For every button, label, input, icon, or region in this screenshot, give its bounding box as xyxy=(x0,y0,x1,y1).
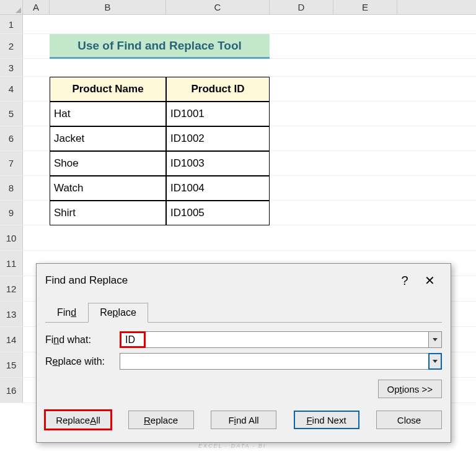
column-headers: A B C D E xyxy=(0,0,476,15)
dialog-tabs: Find Replace xyxy=(45,302,442,323)
tab-replace[interactable]: Replace xyxy=(88,303,148,323)
find-what-input-rest[interactable] xyxy=(146,331,429,348)
table-row[interactable]: Jacket xyxy=(50,126,166,151)
table-row[interactable]: ID1005 xyxy=(166,201,270,225)
row-header-16[interactable]: 16 xyxy=(0,378,23,403)
table-row[interactable]: ID1002 xyxy=(166,126,270,151)
chevron-down-icon xyxy=(433,338,438,341)
col-header-E[interactable]: E xyxy=(333,0,397,14)
row-header-12[interactable]: 12 xyxy=(0,276,23,301)
col-header-C[interactable]: C xyxy=(166,0,270,14)
table-row[interactable]: Watch xyxy=(50,176,166,201)
col-header-B[interactable]: B xyxy=(50,0,166,14)
row-header-7[interactable]: 7 xyxy=(0,151,23,175)
row-header-11[interactable]: 11 xyxy=(0,251,23,276)
table-header-name: Product Name xyxy=(50,77,166,102)
row-header-6[interactable]: 6 xyxy=(0,126,23,150)
replace-button[interactable]: Replace xyxy=(128,411,194,429)
find-replace-dialog: Find and Replace ? ✕ Find Replace Find w… xyxy=(36,263,451,443)
close-button[interactable]: Close xyxy=(376,411,442,429)
table-row[interactable]: Shirt xyxy=(50,201,166,225)
replace-with-dropdown[interactable] xyxy=(428,353,442,370)
row-header-14[interactable]: 14 xyxy=(0,327,23,352)
chevron-down-icon xyxy=(433,360,438,363)
table-header-id: Product ID xyxy=(166,77,270,102)
table-row[interactable]: ID1003 xyxy=(166,151,270,176)
find-what-label: Find what: xyxy=(45,334,120,346)
dialog-title: Find and Replace xyxy=(45,274,392,287)
row-header-4[interactable]: 4 xyxy=(0,77,23,101)
row-header-5[interactable]: 5 xyxy=(0,102,23,126)
find-what-dropdown[interactable] xyxy=(428,331,442,348)
row-header-13[interactable]: 13 xyxy=(0,302,23,326)
replace-with-label: Replace with: xyxy=(45,356,120,367)
row-header-8[interactable]: 8 xyxy=(0,176,23,200)
find-all-button[interactable]: Find All xyxy=(211,411,276,429)
row-header-15[interactable]: 15 xyxy=(0,352,23,377)
row-header-9[interactable]: 9 xyxy=(0,201,23,225)
find-next-button[interactable]: Find Next xyxy=(294,411,359,429)
tab-find[interactable]: Find xyxy=(45,303,88,323)
table-row[interactable]: Hat xyxy=(50,102,166,126)
select-all-corner[interactable] xyxy=(0,0,23,14)
find-what-input[interactable] xyxy=(120,331,146,348)
options-button[interactable]: Options >> xyxy=(378,380,442,398)
row-header-10[interactable]: 10 xyxy=(0,225,23,250)
table-row[interactable]: Shoe xyxy=(50,151,166,176)
col-header-A[interactable]: A xyxy=(23,0,50,14)
row-header-2[interactable]: 2 xyxy=(0,34,23,58)
table-row[interactable]: ID1004 xyxy=(166,176,270,201)
col-header-D[interactable]: D xyxy=(270,0,333,14)
close-icon[interactable]: ✕ xyxy=(417,273,442,288)
replace-with-input[interactable] xyxy=(120,353,429,370)
row-header-1[interactable]: 1 xyxy=(0,15,23,33)
table-row[interactable]: ID1001 xyxy=(166,102,270,126)
help-icon[interactable]: ? xyxy=(392,274,417,288)
page-title: Use of Find and Replace Tool xyxy=(50,34,270,59)
replace-all-button[interactable]: Replace All xyxy=(45,411,111,429)
row-header-3[interactable]: 3 xyxy=(0,59,23,76)
